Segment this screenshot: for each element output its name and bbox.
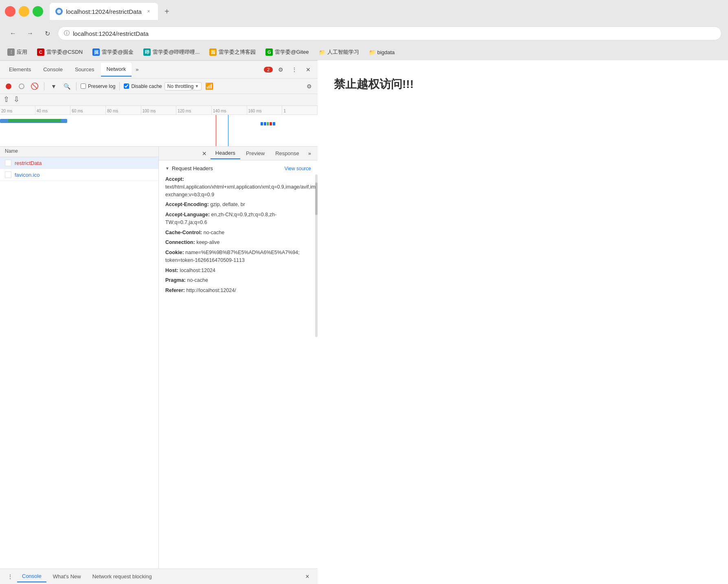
- bookmark-ai-label: 人工智能学习: [327, 48, 359, 56]
- apps-icon: ⋮: [7, 48, 15, 56]
- network-content: Name restrictData favicon.ico 2 requests: [0, 147, 318, 584]
- list-empty-space: [0, 181, 158, 573]
- headers-close-button[interactable]: ✕: [199, 148, 210, 159]
- tick-120ms: 120 ms: [176, 106, 212, 114]
- bookmark-csdn[interactable]: C 雷学委@CSDN: [35, 47, 85, 57]
- tab-headers[interactable]: Headers: [211, 148, 240, 159]
- bottom-more-button[interactable]: ⋮: [5, 571, 15, 582]
- upload-button[interactable]: ⇧: [3, 95, 9, 104]
- bottom-close-button[interactable]: ×: [302, 571, 313, 582]
- tab-close-button[interactable]: ×: [145, 8, 152, 15]
- bottom-bar: ⋮ Console What's New Network request blo…: [0, 569, 318, 584]
- bookmark-apps[interactable]: ⋮ 应用: [5, 47, 30, 57]
- tab-sources[interactable]: Sources: [69, 63, 100, 77]
- tick-20ms: 20 ms: [0, 106, 35, 114]
- bookmark-bigdata[interactable]: 📁 bigdata: [366, 48, 397, 57]
- header-accept: Accept: text/html,application/xhtml+xml,…: [165, 176, 311, 198]
- bookmark-ai-folder-icon: 📁: [319, 49, 325, 55]
- tab-title: localhost:12024/restrictData: [66, 8, 142, 15]
- bookmarks-bar: ⋮ 应用 C 雷学委@CSDN 掘 雷学委@掘金 哔 雷学委@哔哩哔哩... 园…: [0, 44, 728, 60]
- timeline-area: 20 ms 40 ms 60 ms 80 ms 100 ms 120 ms 14…: [0, 106, 318, 147]
- bookmark-cnblogs[interactable]: 园 雷学委之博客园: [207, 47, 258, 57]
- address-input[interactable]: ⓘ localhost:12024/restrictData: [58, 26, 721, 40]
- tab-preview[interactable]: Preview: [241, 148, 270, 159]
- tab-whats-new[interactable]: What's New: [48, 571, 86, 582]
- throttling-select[interactable]: No throttling ▼: [164, 82, 202, 90]
- tab-elements[interactable]: Elements: [3, 63, 37, 77]
- scrollbar-thumb[interactable]: [315, 182, 318, 215]
- view-source-link[interactable]: View source: [285, 166, 311, 171]
- mini-bar-5: [273, 122, 275, 125]
- tab-network-blocking[interactable]: Network request blocking: [88, 571, 157, 582]
- new-tab-button[interactable]: +: [160, 4, 174, 19]
- bookmark-gitee[interactable]: G 雷学委@Gitee: [263, 47, 311, 57]
- bookmark-juejin-label: 雷学委@掘金: [102, 48, 134, 56]
- devtools-settings-button[interactable]: ⚙: [274, 64, 287, 76]
- header-accept-encoding: Accept-Encoding: gzip, deflate, br: [165, 201, 311, 209]
- search-button[interactable]: 🔍: [61, 81, 72, 92]
- request-headers-section[interactable]: ▼ Request Headers View source: [165, 165, 311, 171]
- close-window-button[interactable]: [5, 6, 15, 17]
- devtools-close-button[interactable]: ✕: [302, 64, 314, 76]
- clear-button[interactable]: 🚫: [29, 81, 40, 92]
- tab-console-bottom[interactable]: Console: [17, 571, 46, 582]
- tick-40ms: 40 ms: [35, 106, 71, 114]
- bookmark-ai[interactable]: 📁 人工智能学习: [316, 47, 362, 57]
- tick-end: 1: [282, 106, 318, 114]
- section-arrow-icon: ▼: [165, 166, 169, 171]
- list-item-restrict-data[interactable]: restrictData: [0, 157, 158, 169]
- tab-network[interactable]: Network: [101, 63, 132, 77]
- bookmark-bigdata-folder-icon: 📁: [369, 49, 375, 55]
- tab-response[interactable]: Response: [270, 148, 304, 159]
- download-button[interactable]: ⇩: [13, 95, 20, 104]
- browser-tab[interactable]: localhost:12024/restrictData ×: [50, 3, 158, 20]
- divider-1: [44, 82, 44, 90]
- record-indicator: [6, 83, 11, 89]
- network-settings-button[interactable]: ⚙: [304, 81, 314, 92]
- preserve-log-input[interactable]: [81, 83, 86, 89]
- maximize-window-button[interactable]: [33, 6, 43, 17]
- bookmark-bilibili[interactable]: 哔 雷学委@哔哩哔哩...: [141, 47, 202, 57]
- tick-160ms: 160 ms: [247, 106, 283, 114]
- disable-cache-checkbox[interactable]: Disable cache: [124, 83, 162, 89]
- scrollbar-track: [315, 174, 318, 337]
- list-item-icon-1: [5, 160, 11, 166]
- bookmark-gitee-label: 雷学委@Gitee: [275, 48, 309, 56]
- tab-console[interactable]: Console: [37, 63, 68, 77]
- address-text: localhost:12024/restrictData: [73, 30, 149, 37]
- headers-tab-more[interactable]: »: [305, 150, 314, 156]
- wifi-button[interactable]: 📶: [204, 81, 215, 92]
- devtools-more-button[interactable]: ⋮: [288, 64, 300, 76]
- headers-content[interactable]: ▼ Request Headers View source Accept: te…: [159, 160, 318, 584]
- timeline-bars: [0, 115, 318, 147]
- list-header: Name: [0, 147, 158, 157]
- timeline-ruler: 20 ms 40 ms 60 ms 80 ms 100 ms 120 ms 14…: [0, 106, 318, 115]
- timeline-vline-red: [216, 115, 216, 147]
- network-toolbar: 🚫 ▼ 🔍 Preserve log Disable cache: [0, 79, 318, 94]
- devtools-icons: 2 ⚙ ⋮ ✕: [264, 64, 314, 76]
- tick-140ms: 140 ms: [212, 106, 247, 114]
- tab-favicon: [55, 8, 63, 15]
- header-cache-control: Cache-Control: no-cache: [165, 229, 311, 237]
- disable-cache-input[interactable]: [124, 83, 129, 89]
- headers-tabs: ✕ Headers Preview Response »: [159, 147, 318, 160]
- network-list: Name restrictData favicon.ico 2 requests: [0, 147, 159, 584]
- tab-more[interactable]: »: [132, 63, 142, 77]
- preserve-log-checkbox[interactable]: Preserve log: [81, 83, 115, 89]
- timeline-bar-2: [8, 119, 61, 122]
- list-item-name-2: favicon.ico: [15, 172, 39, 178]
- stop-button[interactable]: [16, 81, 27, 92]
- preserve-log-label: Preserve log: [88, 83, 115, 89]
- juejin-icon: 掘: [92, 48, 100, 56]
- back-button[interactable]: ←: [7, 27, 20, 40]
- page-content: 禁止越权访问!!!: [318, 60, 728, 584]
- minimize-window-button[interactable]: [19, 6, 29, 17]
- tab-bar: localhost:12024/restrictData × +: [50, 3, 723, 20]
- record-button[interactable]: [3, 81, 14, 92]
- forward-button[interactable]: →: [24, 27, 37, 40]
- bookmark-juejin[interactable]: 掘 雷学委@掘金: [90, 47, 136, 57]
- list-item-favicon[interactable]: favicon.ico: [0, 169, 158, 181]
- reload-button[interactable]: ↻: [41, 27, 54, 40]
- filter-button[interactable]: ▼: [48, 81, 59, 92]
- header-referer: Referer: http://localhost:12024/: [165, 287, 311, 294]
